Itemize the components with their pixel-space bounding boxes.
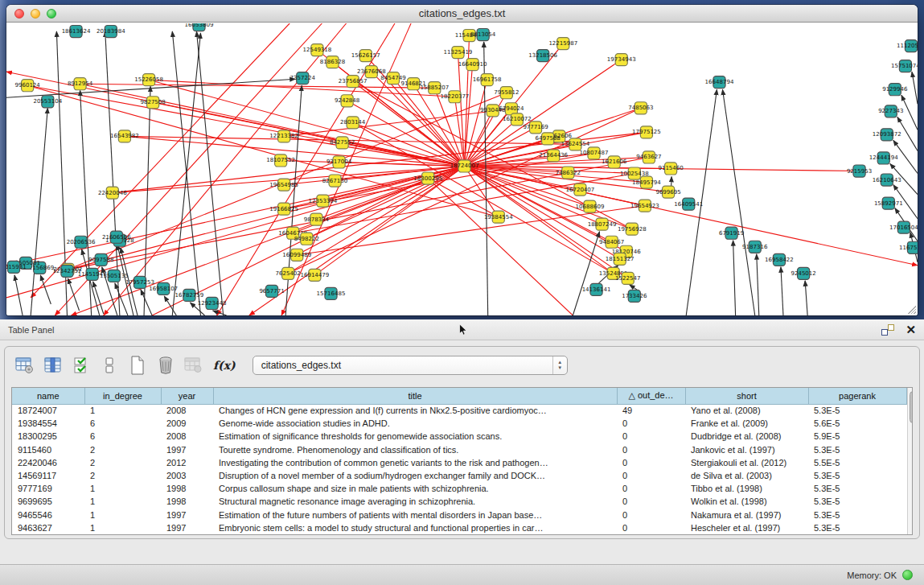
node-table-grid[interactable]: namein_degreeyeartitle△ out_de…shortpage… [12,388,907,534]
network-node[interactable]: 11325419 [444,47,473,59]
select-columns-icon[interactable] [71,355,92,376]
network-node[interactable]: 19384554 [484,211,513,223]
table-cell[interactable]: 5.3E-5 [808,521,906,534]
network-node[interactable]: 9699695 [655,186,680,198]
citation-network-graph[interactable]: 1872400718300295193845542803144842755293… [6,23,918,315]
table-cell[interactable]: 1 [84,495,161,508]
network-node[interactable]: 15751074 [891,60,918,72]
table-row[interactable]: 946362711997Embryonic stem cells: a mode… [12,521,906,534]
network-node[interactable]: 19654923 [630,200,659,212]
network-node[interactable]: 12215987 [548,38,577,50]
column-header[interactable]: name [12,388,84,404]
table-cell[interactable]: 1 [84,404,161,417]
network-node[interactable]: 7357224 [290,72,316,84]
table-cell[interactable]: 18300295 [12,430,84,443]
network-node[interactable]: 9245012 [791,267,815,279]
network-node[interactable]: 18220377 [441,91,470,103]
network-node[interactable]: 16961758 [473,74,502,86]
network-node[interactable]: 12093872 [873,129,901,141]
network-node[interactable]: 19166825 [269,203,298,215]
table-cell[interactable]: 0 [617,482,685,495]
table-cell[interactable]: 5.5E-5 [808,456,906,469]
network-node[interactable]: 18613624 [62,26,91,38]
table-cell[interactable]: 5.3E-5 [808,443,906,456]
network-node[interactable]: 16210643 [873,174,901,186]
row-height-icon[interactable] [99,355,120,376]
new-table-icon[interactable] [127,355,148,376]
network-node[interactable]: 17975125 [632,126,661,138]
table-cell[interactable]: 5.3E-5 [808,469,906,482]
network-node[interactable]: 15892971 [874,197,903,209]
table-row[interactable]: 1830029562008Estimation of significance … [12,430,906,443]
table-cell[interactable]: 2012 [161,456,213,469]
table-cell[interactable]: 2009 [161,417,213,430]
table-cell[interactable]: 9699695 [12,495,84,508]
network-node[interactable]: 21364436 [539,150,568,162]
table-cell[interactable]: Structural magnetic resonance image aver… [213,495,617,508]
table-cell[interactable]: Corpus callosum shape and size in male p… [213,482,617,495]
table-cell[interactable]: Changes of HCN gene expression and I(f) … [213,404,617,417]
table-cell[interactable]: 49 [617,404,685,417]
network-node[interactable]: 11120588 [897,40,918,52]
close-window-icon[interactable] [14,9,24,19]
network-canvas[interactable]: 1872400718300295193845542803144842755293… [6,23,918,315]
network-node[interactable]: 16099489 [282,249,311,261]
network-node[interactable]: 18807249 [588,218,617,230]
network-node[interactable]: 18107552 [266,154,295,167]
table-cell[interactable]: 9463627 [12,521,84,534]
network-node[interactable]: 20206536 [67,236,96,248]
column-header[interactable]: short [685,388,808,404]
network-node[interactable]: 19756928 [618,223,647,235]
column-header[interactable]: in_degree [84,388,161,404]
network-node[interactable]: 8267130 [322,175,347,187]
table-cell[interactable]: 5.9E-5 [808,430,906,443]
table-cell[interactable]: 0 [617,443,685,456]
network-node[interactable]: 13218506 [528,50,557,62]
table-cell[interactable]: Tibbo et al. (1998) [685,482,808,495]
table-cell[interactable]: 1998 [161,495,213,508]
table-cell[interactable]: 6 [84,417,161,430]
delete-table-icon[interactable] [155,355,176,376]
network-node[interactable]: 20553104 [33,96,62,108]
network-node[interactable]: 14136141 [582,283,611,295]
table-row[interactable]: 1872400712008Changes of HCN gene express… [12,404,906,417]
network-node[interactable]: 3915931 [6,261,27,273]
network-node[interactable]: 11675333 [899,241,918,253]
table-select-dropdown[interactable]: citations_edges.txt ▲▼ [253,356,568,375]
network-node[interactable]: 16053809 [185,23,214,31]
network-node[interactable]: 7486322 [556,167,581,179]
network-node[interactable]: 9777169 [523,122,548,134]
zoom-window-icon[interactable] [47,9,56,19]
table-row[interactable]: 1938455462009Genome-wide association stu… [12,417,906,430]
table-cell[interactable]: 1997 [161,509,213,521]
network-node[interactable]: 16958422 [765,253,794,266]
network-node[interactable]: 12444194 [869,152,898,164]
table-vertical-scrollbar[interactable] [907,388,914,534]
table-cell[interactable]: 5.3E-5 [808,509,906,521]
memory-ok-indicator[interactable] [902,570,913,580]
table-cell[interactable]: 0 [617,495,685,508]
network-node[interactable]: 8186328 [320,56,345,68]
table-cell[interactable]: 1998 [161,482,213,495]
network-node[interactable]: 9115460 [658,163,683,175]
network-node[interactable]: 9960124 [15,80,41,92]
table-cell[interactable]: Jankovic et al. (1997) [685,443,808,456]
column-header[interactable]: △ out_de… [617,388,685,404]
network-node[interactable]: 7955812 [494,87,519,99]
network-node[interactable]: 9187316 [742,241,768,253]
table-cell[interactable]: 1997 [161,443,213,456]
network-node[interactable]: 9227343 [878,105,903,117]
network-node[interactable]: 10688609 [576,200,605,212]
network-window[interactable]: citations_edges.txt 18724007183002951938… [6,5,918,315]
table-cell[interactable]: 0 [617,469,685,482]
table-cell[interactable]: 14569117 [12,469,84,482]
network-node[interactable]: 16958107 [149,282,178,295]
minimize-window-icon[interactable] [31,9,40,19]
network-node[interactable]: 15226058 [134,74,163,86]
table-cell[interactable]: 0 [617,509,685,521]
network-node[interactable]: 7625402 [276,267,301,279]
network-node[interactable]: 16543982 [110,130,139,142]
network-node[interactable]: 16409541 [674,198,703,210]
network-node[interactable]: 15626157 [351,50,380,62]
network-node[interactable]: 22420046 [98,187,127,199]
